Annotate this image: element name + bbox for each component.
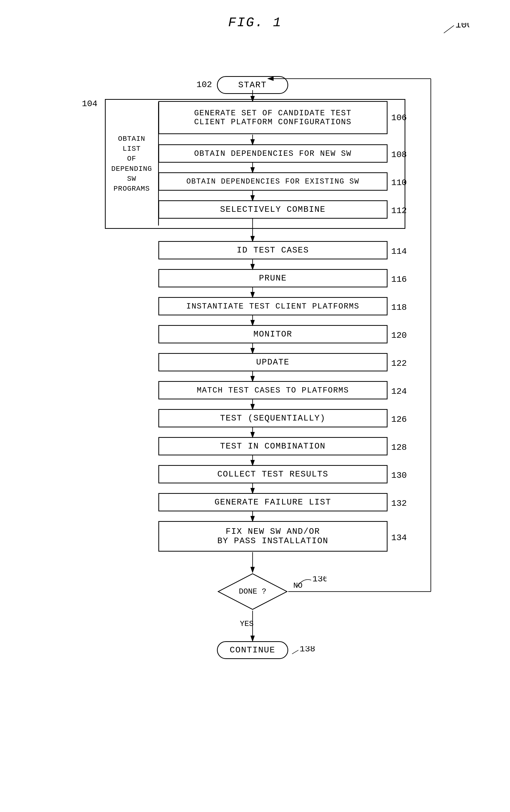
- ref-116: 116: [391, 274, 407, 284]
- node-114: ID TEST CASES: [159, 241, 388, 259]
- ref-104: 104: [82, 99, 97, 109]
- svg-text:YES: YES: [240, 619, 254, 628]
- ref-122: 122: [391, 359, 407, 368]
- node-136-diamond: DONE ?: [217, 573, 288, 611]
- svg-text:DONE ?: DONE ?: [238, 587, 266, 596]
- node-120: MONITOR: [159, 325, 388, 343]
- ref-118: 118: [391, 303, 407, 312]
- node-126: TEST (SEQUENTIALLY): [159, 409, 388, 427]
- ref-110: 110: [391, 178, 407, 187]
- ref-114: 114: [391, 246, 407, 256]
- continue-node: CONTINUE: [217, 641, 288, 659]
- start-node: START: [217, 76, 288, 94]
- node-132: GENERATE FAILURE LIST: [159, 493, 388, 512]
- ref-126: 126: [391, 415, 407, 424]
- ref-132: 132: [391, 499, 407, 508]
- ref-138: 138: [291, 646, 316, 660]
- node-124: MATCH TEST CASES TO PLATFORMS: [159, 381, 388, 399]
- ref-134: 134: [391, 533, 407, 543]
- node-116: PRUNE: [159, 269, 388, 287]
- node-134: FIX NEW SW AND/OR BY PASS INSTALLATION: [159, 521, 388, 552]
- node-108: OBTAIN DEPENDENCIES FOR NEW SW: [159, 144, 388, 163]
- ref-120: 120: [391, 331, 407, 340]
- obtain-list-box: OBTAIN LIST OF DEPENDING SW PROGRAMS: [106, 102, 159, 226]
- node-128: TEST IN COMBINATION: [159, 437, 388, 455]
- node-110: OBTAIN DEPENDENCIES FOR EXISTING SW: [159, 172, 388, 191]
- node-130: COLLECT TEST RESULTS: [159, 465, 388, 483]
- ref-130: 130: [391, 471, 407, 480]
- node-112: SELECTIVELY COMBINE: [159, 200, 388, 219]
- ref-102: 102: [197, 80, 212, 90]
- node-106: GENERATE SET OF CANDIDATE TEST CLIENT PL…: [159, 101, 388, 134]
- ref-136: 136: [296, 576, 327, 591]
- ref-112: 112: [391, 206, 407, 215]
- svg-text:138: 138: [300, 646, 315, 654]
- node-122: UPDATE: [159, 353, 388, 371]
- page-title: FIG. 1: [0, 0, 510, 35]
- ref-128: 128: [391, 443, 407, 452]
- svg-text:136: 136: [312, 576, 327, 584]
- ref-108: 108: [391, 150, 407, 160]
- ref-124: 124: [391, 387, 407, 396]
- svg-text:100: 100: [455, 23, 469, 30]
- node-118: INSTANTIATE TEST CLIENT PLATFORMS: [159, 297, 388, 315]
- ref-106: 106: [391, 113, 407, 123]
